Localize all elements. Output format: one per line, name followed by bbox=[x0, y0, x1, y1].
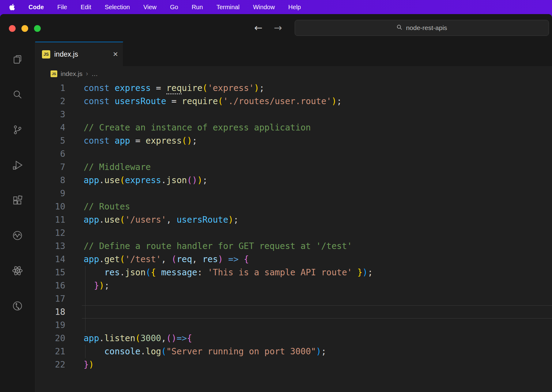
source-control-icon[interactable] bbox=[0, 112, 35, 147]
code-text: // Create an instance of express applica… bbox=[84, 121, 311, 134]
code-line-15[interactable]: 15 res.json({ message: 'This is a sample… bbox=[35, 266, 552, 279]
code-text: // Middleware bbox=[84, 160, 151, 174]
menu-items: FileEditSelectionViewGoRunTerminalWindow… bbox=[57, 4, 301, 11]
close-window-button[interactable] bbox=[9, 25, 16, 32]
wave-circle-extension-icon[interactable] bbox=[0, 218, 35, 253]
run-and-debug-icon[interactable] bbox=[0, 147, 35, 183]
code-text: app.listen(3000,()=>{ bbox=[84, 332, 192, 345]
line-number: 4 bbox=[35, 121, 65, 134]
code-line-18[interactable]: 18 bbox=[35, 305, 552, 318]
javascript-file-icon: JS bbox=[42, 50, 50, 58]
code-text: app.use('/users', usersRoute); bbox=[84, 213, 239, 226]
code-line-14[interactable]: 14app.get('/test', (req, res) => { bbox=[35, 253, 552, 266]
navigate-back-icon[interactable]: ← bbox=[254, 21, 263, 34]
minimize-window-button[interactable] bbox=[21, 25, 28, 32]
code-line-11[interactable]: 11app.use('/users', usersRoute); bbox=[35, 213, 552, 226]
code-text: // Define a route handler for GET reques… bbox=[84, 239, 352, 253]
command-center-text: node-rest-apis bbox=[406, 24, 447, 32]
explorer-icon[interactable] bbox=[0, 42, 35, 77]
line-number: 20 bbox=[35, 332, 65, 345]
code-line-1[interactable]: 1const express = require('express'); bbox=[35, 81, 552, 95]
code-line-21[interactable]: 21 console.log("Server running on port 3… bbox=[35, 345, 552, 358]
line-number: 2 bbox=[35, 95, 65, 108]
react-extension-icon[interactable] bbox=[0, 253, 35, 288]
chevron-right-icon: › bbox=[86, 70, 88, 78]
menu-item-go[interactable]: Go bbox=[170, 4, 178, 11]
line-number: 6 bbox=[35, 147, 65, 160]
code-line-12[interactable]: 12 bbox=[35, 226, 552, 239]
tab-index-js[interactable]: JS index.js × bbox=[35, 42, 123, 66]
vscode-window: ← → node-rest-apis bbox=[0, 14, 552, 392]
line-number: 18 bbox=[35, 305, 65, 318]
code-line-16[interactable]: 16 }); bbox=[35, 279, 552, 292]
search-icon[interactable] bbox=[0, 77, 35, 112]
indent-guide bbox=[85, 318, 85, 332]
indent-guide bbox=[85, 292, 85, 305]
code-line-3[interactable]: 3 bbox=[35, 108, 552, 121]
command-center-search[interactable]: node-rest-apis bbox=[295, 20, 549, 36]
indent-guide bbox=[85, 305, 85, 318]
code-line-13[interactable]: 13// Define a route handler for GET requ… bbox=[35, 239, 552, 253]
code-line-22[interactable]: 22}) bbox=[35, 358, 552, 371]
title-bar: ← → node-rest-apis bbox=[0, 14, 552, 42]
menu-bar: Code FileEditSelectionViewGoRunTerminalW… bbox=[0, 0, 552, 14]
zoom-window-button[interactable] bbox=[34, 25, 41, 32]
menu-item-terminal[interactable]: Terminal bbox=[216, 4, 240, 11]
navigate-forward-icon[interactable]: → bbox=[274, 21, 282, 34]
window-controls bbox=[9, 25, 41, 32]
breadcrumb-symbol-placeholder[interactable]: … bbox=[92, 70, 98, 77]
code-line-17[interactable]: 17 bbox=[35, 292, 552, 305]
line-number: 3 bbox=[35, 108, 65, 121]
menu-app-name[interactable]: Code bbox=[28, 4, 44, 11]
line-number: 14 bbox=[35, 253, 65, 266]
code-editor[interactable]: 1const express = require('express');2con… bbox=[35, 81, 552, 392]
git-graph-extension-icon[interactable] bbox=[0, 288, 35, 323]
line-number: 21 bbox=[35, 345, 65, 358]
line-number: 13 bbox=[35, 239, 65, 253]
line-number: 10 bbox=[35, 200, 65, 213]
line-number: 12 bbox=[35, 226, 65, 239]
code-line-9[interactable]: 9 bbox=[35, 187, 552, 200]
menu-item-window[interactable]: Window bbox=[253, 4, 275, 11]
code-line-5[interactable]: 5const app = express(); bbox=[35, 134, 552, 147]
code-line-19[interactable]: 19 bbox=[35, 318, 552, 332]
tab-close-icon[interactable]: × bbox=[113, 50, 118, 58]
breadcrumb-file[interactable]: index.js bbox=[61, 70, 82, 77]
line-number: 7 bbox=[35, 160, 65, 174]
code-text: const usersRoute = require('./routes/use… bbox=[84, 95, 342, 108]
search-icon bbox=[396, 24, 403, 32]
code-line-2[interactable]: 2const usersRoute = require('./routes/us… bbox=[35, 95, 552, 108]
menu-item-view[interactable]: View bbox=[143, 4, 157, 11]
extensions-icon[interactable] bbox=[0, 183, 35, 218]
line-number: 19 bbox=[35, 318, 65, 332]
menu-item-file[interactable]: File bbox=[57, 4, 67, 11]
activity-bar bbox=[0, 42, 35, 392]
code-text: res.json({ message: 'This is a sample AP… bbox=[84, 266, 373, 279]
line-number: 16 bbox=[35, 279, 65, 292]
javascript-file-icon: JS bbox=[51, 70, 57, 77]
code-text: app.use(express.json()); bbox=[84, 174, 208, 187]
menu-item-selection[interactable]: Selection bbox=[105, 4, 130, 11]
breadcrumb: JS index.js › … bbox=[35, 66, 552, 81]
code-line-8[interactable]: 8app.use(express.json()); bbox=[35, 174, 552, 187]
code-line-6[interactable]: 6 bbox=[35, 147, 552, 160]
apple-logo-icon[interactable] bbox=[9, 3, 15, 11]
tab-bar: JS index.js × bbox=[35, 42, 552, 66]
line-number: 1 bbox=[35, 81, 65, 95]
line-number: 15 bbox=[35, 266, 65, 279]
code-line-7[interactable]: 7// Middleware bbox=[35, 160, 552, 174]
menu-item-edit[interactable]: Edit bbox=[81, 4, 91, 11]
code-line-10[interactable]: 10// Routes bbox=[35, 200, 552, 213]
code-line-4[interactable]: 4// Create an instance of express applic… bbox=[35, 121, 552, 134]
line-number: 5 bbox=[35, 134, 65, 147]
code-text: }) bbox=[84, 358, 94, 371]
code-line-20[interactable]: 20app.listen(3000,()=>{ bbox=[35, 332, 552, 345]
current-line-highlight bbox=[82, 305, 552, 318]
menu-item-run[interactable]: Run bbox=[192, 4, 203, 11]
code-text: const express = require('express'); bbox=[84, 81, 264, 95]
line-number: 17 bbox=[35, 292, 65, 305]
menu-item-help[interactable]: Help bbox=[288, 4, 301, 11]
code-text: console.log("Server running on port 3000… bbox=[84, 345, 326, 358]
code-text: const app = express(); bbox=[84, 134, 197, 147]
tab-label: index.js bbox=[54, 50, 78, 58]
